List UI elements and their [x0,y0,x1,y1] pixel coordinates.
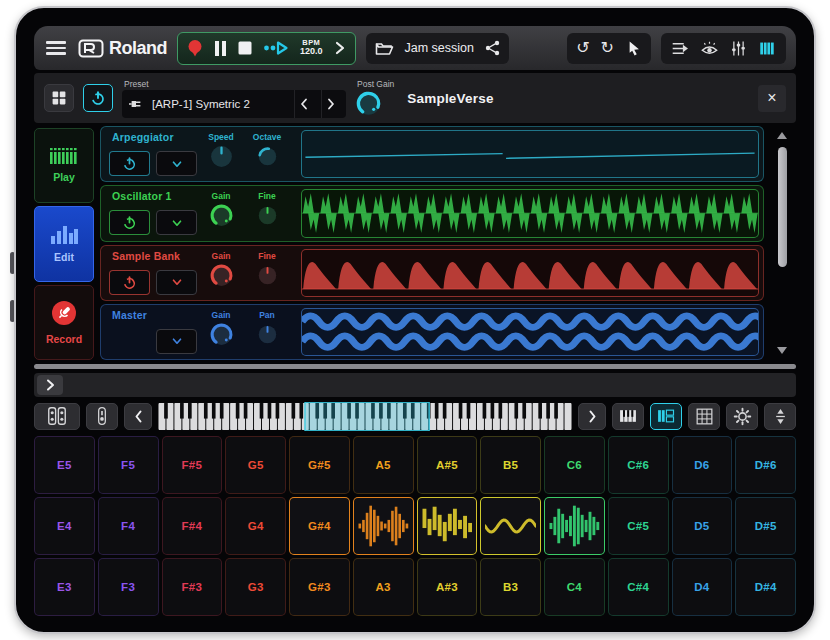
open-file-icon[interactable] [375,33,394,64]
pad-A#4[interactable] [417,497,478,555]
pad-A#3[interactable]: A#3 [417,558,478,616]
track-dropdown-icon[interactable] [156,151,197,176]
pad-F#3[interactable]: F#3 [162,558,223,616]
menu-icon[interactable] [44,36,68,60]
track-dropdown-icon[interactable] [156,329,197,354]
pad-D#4[interactable]: D#4 [735,558,796,616]
waveform-display[interactable] [301,189,759,237]
knob-gain[interactable]: Gain [199,310,243,347]
pad-C5[interactable] [544,497,605,555]
sidebar-item-record[interactable]: Record [34,285,94,360]
scroll-down-icon[interactable] [777,347,787,354]
pad-F3[interactable]: F3 [98,558,159,616]
pad-F4[interactable]: F4 [98,497,159,555]
pitch-wheel-icon[interactable] [86,403,118,430]
plugin-power-button[interactable] [83,84,113,112]
track-dropdown-icon[interactable] [156,270,197,295]
transport-expand-button[interactable] [334,33,346,64]
preset-selector[interactable]: [ARP-1] Symetric 2 [122,90,346,118]
knob-gain[interactable]: Gain [199,191,243,228]
keyboard-view-icon[interactable] [758,33,777,64]
post-gain-knob[interactable] [355,90,382,117]
kbd-scroll-right-icon[interactable] [578,403,606,430]
kbd-scroll-left-icon[interactable] [124,403,152,430]
pause-icon[interactable] [214,33,227,64]
pad-C4[interactable]: C4 [544,558,605,616]
pad-E5[interactable]: E5 [34,436,95,494]
pads-mode-icon[interactable] [34,403,80,430]
vertical-scrollbar[interactable] [776,132,788,354]
resize-vertical-icon[interactable] [764,403,796,430]
pad-G3[interactable]: G3 [225,558,286,616]
knob-speed[interactable]: Speed [199,132,243,169]
pad-D4[interactable]: D4 [672,558,733,616]
pad-F#4[interactable]: F#4 [162,497,223,555]
visibility-eye-icon[interactable] [700,33,719,64]
arrangement-view-icon[interactable] [670,33,689,64]
pad-D6[interactable]: D6 [672,436,733,494]
horizontal-scrollbar[interactable] [34,364,796,369]
pad-B5[interactable]: B5 [480,436,541,494]
follow-play-icon[interactable] [263,33,289,64]
session-name[interactable]: Jam session [405,41,474,55]
keyboard-layout-icon[interactable] [612,403,644,430]
waveform-display[interactable] [301,130,759,178]
pad-E4[interactable]: E4 [34,497,95,555]
pad-G#3[interactable]: G#3 [289,558,350,616]
close-icon[interactable]: × [758,85,786,112]
pad-C#5[interactable]: C#5 [608,497,669,555]
pad-A#5[interactable]: A#5 [417,436,478,494]
track-power-icon[interactable] [109,270,150,295]
record-icon[interactable] [187,33,203,64]
sidebar-item-edit[interactable]: Edit [34,206,94,281]
knob-fine[interactable]: Fine [247,191,287,226]
piano-overview-strip[interactable] [158,402,572,431]
next-preset-button[interactable] [321,90,340,118]
pad-G#5[interactable]: G#5 [289,436,350,494]
pad-A5[interactable]: A5 [353,436,414,494]
pad-C6[interactable]: C6 [544,436,605,494]
plugin-title: SampleVerse [407,91,493,106]
undo-icon[interactable]: ↺ [576,33,589,64]
waveform-display[interactable] [301,308,759,356]
pad-C#4[interactable]: C#4 [608,558,669,616]
modules-grid-icon[interactable] [44,84,74,112]
pad-B4[interactable] [480,497,541,555]
pad-C#6[interactable]: C#6 [608,436,669,494]
knob-pan[interactable]: Pan [247,310,287,345]
pad-E3[interactable]: E3 [34,558,95,616]
sidebar-item-play[interactable]: Play [34,128,94,203]
share-icon[interactable] [485,33,500,64]
waveform-display[interactable] [301,249,759,297]
settings-gear-icon[interactable] [726,403,758,430]
pad-G5[interactable]: G5 [225,436,286,494]
expand-panel-icon[interactable] [37,375,63,395]
bpm-display[interactable]: BPM 120.0 [300,39,323,56]
pad-G4[interactable]: G4 [225,497,286,555]
pad-B3[interactable]: B3 [480,558,541,616]
pad-F#5[interactable]: F#5 [162,436,223,494]
pad-F5[interactable]: F5 [98,436,159,494]
scroll-up-icon[interactable] [777,132,787,139]
keyboard-pads-layout-icon[interactable] [650,403,682,430]
stop-icon[interactable] [238,33,252,64]
scrollbar-thumb[interactable] [778,147,787,267]
pad-A4[interactable] [353,497,414,555]
knob-gain[interactable]: Gain [199,251,243,288]
mixer-sliders-icon[interactable] [730,33,747,64]
track-dropdown-icon[interactable] [156,210,197,235]
pad-D5[interactable]: D5 [672,497,733,555]
grid-layout-icon[interactable] [688,403,720,430]
pad-G#4[interactable]: G#4 [289,497,350,555]
pad-label: C#5 [627,520,649,532]
track-power-icon[interactable] [109,151,150,176]
pad-A3[interactable]: A3 [353,558,414,616]
pad-D#6[interactable]: D#6 [735,436,796,494]
pad-D#5[interactable]: D#5 [735,497,796,555]
redo-icon[interactable]: ↻ [601,33,614,64]
track-power-icon[interactable] [109,210,150,235]
cursor-tool-icon[interactable] [625,33,642,64]
knob-fine[interactable]: Fine [247,251,287,286]
knob-octave[interactable]: Octave [247,132,287,167]
prev-preset-button[interactable] [294,90,313,118]
